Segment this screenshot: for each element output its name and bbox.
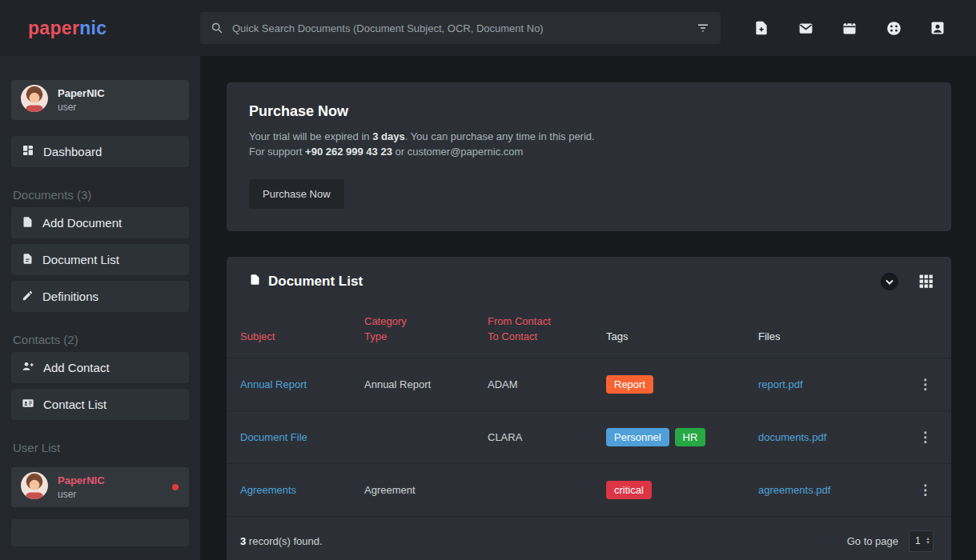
topbar-actions	[753, 19, 976, 37]
document-category: Annual Report	[364, 358, 488, 410]
column-header-category-type[interactable]: CategoryType	[364, 306, 488, 358]
search-icon	[211, 22, 223, 38]
document-list-card: Document List Subject CategoryType From …	[227, 257, 951, 560]
row-actions-button[interactable]: ⋮	[912, 482, 938, 498]
column-header-files[interactable]: Files	[758, 306, 907, 358]
sidebar-item-partial[interactable]	[11, 519, 189, 546]
sidebar-section-contacts: Contacts (2)	[13, 333, 189, 346]
profile-name: PaperNIC	[58, 87, 105, 99]
tag-badge: HR	[675, 428, 706, 446]
purchase-line2: For support +90 262 999 43 23 or custome…	[249, 145, 927, 160]
tag-badge: Personnel	[606, 428, 669, 446]
user-name: PaperNIC	[58, 474, 105, 486]
document-list-title-text: Document List	[268, 274, 363, 290]
document-contact	[488, 463, 606, 516]
sidebar-item-label: Contact List	[43, 398, 106, 411]
trial-text: Your trial will be expired in	[249, 130, 372, 142]
spinner-down-icon[interactable]: ▼	[926, 541, 930, 545]
file-text-icon	[22, 253, 34, 267]
sidebar-item-add-document[interactable]: Add Document	[11, 207, 189, 238]
theme-icon[interactable]	[886, 19, 903, 37]
dashboard-icon	[22, 144, 34, 159]
document-list-actions	[880, 272, 934, 291]
mail-icon[interactable]	[797, 19, 815, 37]
brand-logo[interactable]: papernic	[0, 18, 200, 39]
sidebar-section-user-list: User List	[13, 441, 189, 454]
document-subject-link[interactable]: Agreements	[240, 484, 296, 496]
document-contact: CLARA	[488, 410, 606, 463]
document-file-link[interactable]: documents.pdf	[758, 431, 826, 443]
purchase-line1: Your trial will be expired in 3 days. Yo…	[249, 130, 927, 145]
quick-search	[200, 12, 721, 44]
go-to-page-label: Go to page	[847, 535, 898, 547]
file-icon	[22, 216, 34, 230]
document-file-link[interactable]: agreements.pdf	[758, 484, 830, 496]
column-header-subject[interactable]: Subject	[227, 306, 364, 358]
sidebar-item-dashboard[interactable]: Dashboard	[11, 136, 189, 167]
sidebar-item-label: Add Document	[42, 216, 122, 230]
column-header-actions	[907, 306, 951, 358]
online-dot	[172, 484, 179, 490]
sidebar-item-contact-list[interactable]: Contact List	[11, 389, 189, 420]
user-list-item[interactable]: PaperNIC user	[11, 467, 189, 507]
topbar: papernic	[0, 0, 976, 56]
add-document-icon[interactable]	[753, 19, 771, 37]
avatar	[21, 85, 48, 115]
document-file-link[interactable]: report.pdf	[758, 378, 803, 390]
table-header-row: Subject CategoryType From ContactTo Cont…	[227, 306, 951, 358]
page-number-input[interactable]: 1 ▲▼	[909, 530, 934, 552]
tag-badge: Report	[606, 375, 653, 394]
document-contact: ADAM	[488, 358, 606, 410]
sidebar-profile-card[interactable]: PaperNIC user	[11, 80, 189, 120]
document-tags: Report	[606, 358, 758, 410]
sidebar-item-label: Add Contact	[43, 361, 110, 374]
document-subject-link[interactable]: Document File	[240, 431, 307, 443]
support-phone: +90 262 999 43 23	[305, 146, 392, 158]
table-row: Annual ReportAnnual ReportADAMReportrepo…	[227, 358, 951, 410]
document-tags: PersonnelHR	[606, 410, 758, 463]
table-row: AgreementsAgreementcriticalagreements.pd…	[227, 463, 951, 516]
collapse-circle-icon[interactable]	[880, 272, 899, 291]
document-list-header: Document List	[227, 257, 951, 298]
sidebar-section-documents: Documents (3)	[13, 188, 189, 202]
document-tags: critical	[606, 463, 758, 516]
sidebar-item-document-list[interactable]: Document List	[11, 244, 189, 275]
brand-word-paper: paper	[28, 18, 79, 38]
pencil-icon	[22, 290, 34, 304]
document-subject-link[interactable]: Annual Report	[240, 378, 307, 390]
filter-icon[interactable]	[696, 21, 710, 38]
page-spinner[interactable]: ▲▼	[926, 537, 930, 545]
search-input[interactable]	[200, 12, 721, 44]
sidebar-item-label: Document List	[42, 253, 119, 266]
document-icon	[249, 274, 261, 290]
contact-card-icon	[22, 397, 34, 412]
sidebar-item-add-contact[interactable]: Add Contact	[11, 352, 189, 383]
support-text: For support	[249, 146, 305, 158]
document-table-body: Annual ReportAnnual ReportADAMReportrepo…	[227, 358, 951, 516]
trial-text-suffix: . You can purchase any time in this peri…	[405, 130, 595, 142]
table-row: Document FileCLARAPersonnelHRdocuments.p…	[227, 410, 951, 463]
document-category: Agreement	[364, 463, 488, 516]
column-header-contact[interactable]: From ContactTo Contact	[488, 306, 606, 358]
document-table: Subject CategoryType From ContactTo Cont…	[227, 306, 951, 516]
person-add-icon	[22, 360, 34, 375]
user-role: user	[58, 489, 105, 500]
calendar-icon[interactable]	[841, 19, 859, 37]
purchase-now-button[interactable]: Purchase Now	[249, 179, 344, 209]
row-actions-button[interactable]: ⋮	[912, 429, 938, 446]
row-actions-button[interactable]: ⋮	[912, 376, 938, 393]
purchase-title: Purchase Now	[249, 103, 927, 120]
sidebar: PaperNIC user Dashboard Documents (3) Ad…	[0, 56, 200, 560]
grid-icon[interactable]	[918, 274, 934, 289]
brand-word-nic: nic	[79, 18, 106, 38]
main-content: Purchase Now Your trial will be expired …	[200, 56, 976, 560]
records-suffix: record(s) found.	[246, 535, 322, 547]
trial-days: 3 days	[372, 130, 404, 142]
account-icon[interactable]	[930, 19, 947, 37]
page-number-value: 1	[915, 535, 921, 546]
column-header-tags[interactable]: Tags	[606, 306, 758, 358]
sidebar-item-label: Dashboard	[43, 145, 102, 158]
profile-role: user	[58, 102, 105, 113]
sidebar-item-definitions[interactable]: Definitions	[11, 281, 189, 312]
document-category	[364, 410, 488, 463]
